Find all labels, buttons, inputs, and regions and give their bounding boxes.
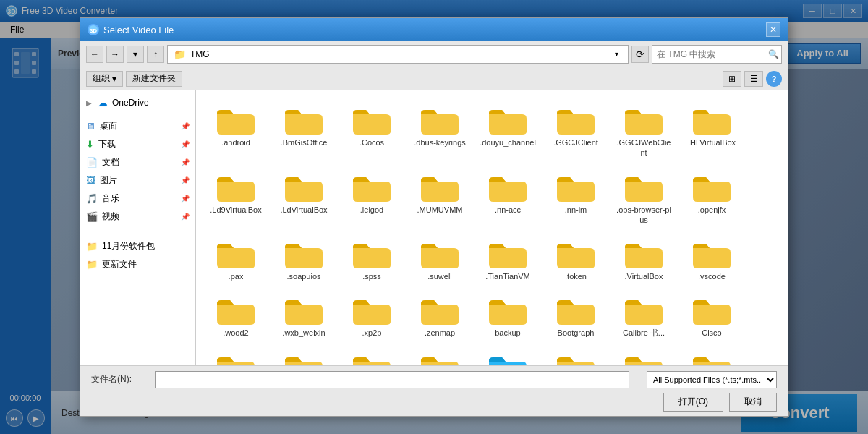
file-item[interactable]: .wood2 (203, 288, 268, 341)
file-item[interactable]: .douyu_channel (475, 98, 540, 162)
file-item[interactable]: .xp2p (339, 288, 404, 341)
file-item[interactable]: .token (543, 231, 608, 285)
left-panel-photos[interactable]: 🖼 图片 📌 (80, 171, 195, 190)
refresh-button[interactable]: ⟳ (631, 46, 649, 63)
nav-back-button[interactable]: ← (86, 46, 103, 63)
folder-icon (554, 292, 597, 328)
folder-icon (282, 235, 326, 271)
left-panel-video[interactable]: 🎬 视频 📌 (80, 208, 195, 226)
file-item[interactable]: .zenmap (407, 288, 472, 341)
cancel-button[interactable]: 取消 (729, 393, 777, 412)
file-item[interactable]: .Cocos (339, 98, 404, 162)
dialog-close-button[interactable]: ✕ (766, 22, 780, 37)
file-item[interactable]: .TianTianVM (475, 231, 540, 285)
search-box: 🔍 (652, 45, 782, 64)
folder-icon (282, 292, 326, 328)
folder-icon (282, 169, 326, 205)
nav-path: 📁 TMG ▾ (167, 45, 629, 64)
filetype-dropdown[interactable]: All Supported Files (*.ts;*.mts... (647, 371, 777, 388)
file-item[interactable]: .chtome... (407, 345, 472, 365)
left-panel-download[interactable]: ⬇ 下载 📌 (80, 135, 195, 153)
file-item[interactable]: .BmGisOffice (271, 98, 336, 162)
file-label: .BmGisOffice (281, 137, 328, 148)
file-item[interactable]: .suwell (407, 231, 472, 285)
file-label: .wood2 (223, 328, 248, 338)
path-dropdown-button[interactable]: ▾ (610, 48, 622, 60)
file-item[interactable]: .vscode (679, 231, 744, 285)
file-item[interactable]: backup (475, 288, 540, 341)
folder-icon-sm-1: 📁 (86, 241, 98, 252)
dialog-body: ▶ ☁ OneDrive 🖥 桌面 📌 ⬇ 下载 📌 (80, 90, 788, 365)
folder-icon (418, 235, 461, 271)
folder-icon (486, 235, 529, 271)
file-item[interactable]: keyvand... (271, 345, 336, 365)
left-panel-update-files[interactable]: 📁 更新文件 (80, 255, 195, 273)
folder-icon (418, 101, 461, 137)
filename-row: 文件名(N): All Supported Files (*.ts;*.mts.… (91, 371, 777, 388)
file-item[interactable]: .pax (203, 231, 268, 285)
folder-icon (214, 235, 258, 271)
file-item[interactable]: lcf-hbo... (339, 345, 404, 365)
nav-forward-button[interactable]: → (106, 46, 124, 63)
file-label: .suwell (427, 271, 452, 281)
left-panel-desktop[interactable]: 🖥 桌面 📌 (80, 117, 195, 135)
file-label: .GGCJWebClient (615, 137, 673, 158)
file-item[interactable]: .wxb_weixin (271, 288, 336, 341)
left-panel-onedrive[interactable]: ▶ ☁ OneDrive (80, 94, 195, 111)
view-grid-button[interactable]: ⊞ (723, 71, 741, 87)
file-item[interactable]: Calibre 书... (611, 288, 676, 341)
file-item[interactable]: Bootgraph (543, 288, 608, 341)
file-item[interactable]: .android (203, 98, 268, 162)
file-item[interactable]: .openjfx (679, 165, 744, 229)
app-window: 3D Free 3D Video Converter ─ □ ✕ File (0, 0, 868, 434)
folder-icon (282, 349, 326, 365)
left-panel-nov-software[interactable]: 📁 11月份软件包 (80, 237, 195, 255)
file-item[interactable]: Cisco (679, 288, 744, 341)
file-item[interactable]: chinaZ_up... (611, 345, 676, 365)
help-button[interactable]: ? (766, 71, 782, 87)
file-item[interactable]: OneDrive (475, 345, 540, 365)
file-label: .Cocos (359, 137, 384, 148)
dialog-toolbar: 组织 ▾ 新建文件夹 ⊞ ☰ ? (80, 67, 788, 90)
open-button[interactable]: 打开(O) (663, 393, 723, 412)
file-item[interactable]: .dbus-keyrings (407, 98, 472, 162)
folder-icon (350, 292, 393, 328)
file-item[interactable]: .nn-acc (475, 165, 540, 229)
new-folder-button[interactable]: 新建文件夹 (126, 71, 182, 87)
music-label: 音乐 (102, 192, 119, 205)
file-item[interactable]: Eynching... (203, 345, 268, 365)
file-item[interactable]: .GGCJWebClient (611, 98, 676, 162)
folder-icon (350, 349, 393, 365)
file-item[interactable]: .LdVirtualBox (271, 165, 336, 229)
folder-icon (690, 292, 733, 328)
file-item[interactable]: .HLVirtualBox (679, 98, 744, 162)
file-item[interactable]: .GGCJClient (543, 98, 608, 162)
nav-up-button[interactable]: ↑ (147, 46, 164, 63)
file-item[interactable]: .Ld9VirtualBox (203, 165, 268, 229)
organize-button[interactable]: 组织 ▾ (86, 71, 123, 87)
file-item[interactable]: .obs-browser-plus (611, 165, 676, 229)
left-panel-music[interactable]: 🎵 音乐 📌 (80, 190, 195, 208)
file-item[interactable]: .soapuios (271, 231, 336, 285)
file-item[interactable]: PlayerFile... (543, 345, 608, 365)
file-dialog: 3D Select Video File ✕ ← → ▾ ↑ 📁 TMG ▾ ⟳ (80, 17, 788, 417)
filename-input[interactable] (155, 371, 629, 388)
folder-icon (418, 349, 461, 365)
nav-dropdown-button[interactable]: ▾ (127, 46, 144, 63)
file-label: .nn-acc (495, 205, 521, 215)
file-label: .wxb_weixin (282, 328, 325, 338)
file-item[interactable]: .MUMUVMM (407, 165, 472, 229)
file-item[interactable]: .spss (339, 231, 404, 285)
folder-icon-sm-2: 📁 (86, 259, 98, 270)
folder-icon (690, 349, 733, 365)
search-input[interactable] (657, 49, 765, 59)
file-item[interactable]: .nn-im (543, 165, 608, 229)
file-label: backup (495, 328, 520, 338)
view-list-button[interactable]: ☰ (744, 71, 763, 87)
desktop-icon: 🖥 (86, 121, 95, 132)
file-label: .MUMUVMM (417, 205, 463, 215)
file-item[interactable]: .VirtualBox (611, 231, 676, 285)
left-panel-docs[interactable]: 📄 文档 📌 (80, 153, 195, 171)
file-item[interactable]: ...update... (679, 345, 744, 365)
file-item[interactable]: .leigod (339, 165, 404, 229)
